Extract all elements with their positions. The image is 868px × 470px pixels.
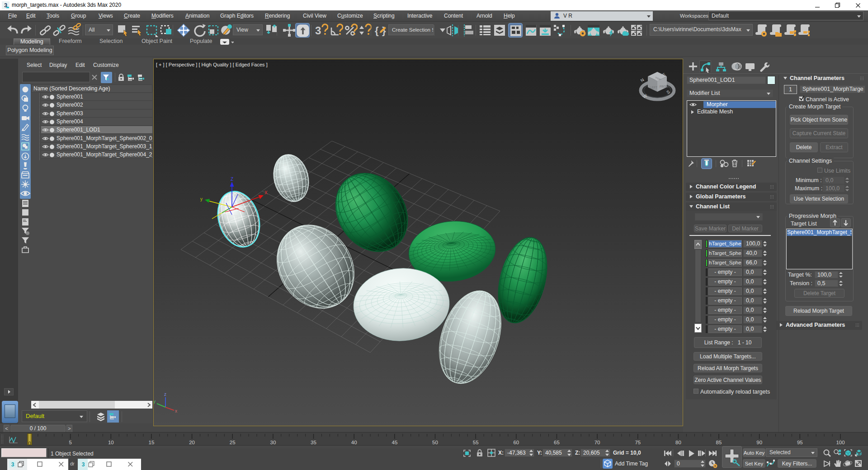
svg-text:45: 45	[392, 440, 398, 445]
svg-text:100: 100	[836, 440, 844, 445]
svg-text:80: 80	[675, 440, 681, 445]
svg-text:85: 85	[716, 440, 722, 445]
svg-text:75: 75	[635, 440, 641, 445]
svg-text:95: 95	[797, 440, 803, 445]
svg-text:X: X	[264, 190, 268, 195]
svg-text:FRONT: FRONT	[660, 85, 670, 88]
svg-text:N: N	[639, 77, 645, 83]
svg-text:S: S	[665, 89, 670, 95]
svg-text:60: 60	[513, 440, 519, 445]
svg-text:y: y	[154, 399, 156, 404]
svg-text:15: 15	[149, 440, 155, 445]
svg-text:20: 20	[189, 440, 195, 445]
svg-text:55: 55	[473, 440, 479, 445]
svg-text:{: {	[375, 25, 379, 36]
svg-text:y: y	[200, 197, 203, 202]
svg-text:40: 40	[351, 440, 357, 445]
svg-text:35: 35	[311, 440, 316, 445]
svg-text:65: 65	[554, 440, 560, 445]
svg-text:25: 25	[230, 440, 236, 445]
svg-text:3: 3	[315, 24, 321, 37]
svg-text:5: 5	[69, 440, 71, 445]
svg-text:90: 90	[756, 440, 762, 445]
svg-text:z: z	[164, 392, 166, 397]
svg-text:3: 3	[82, 461, 85, 468]
svg-text:70: 70	[594, 440, 600, 445]
svg-text:3: 3	[11, 461, 14, 468]
svg-text:50: 50	[432, 440, 438, 445]
svg-text:Z: Z	[231, 177, 233, 182]
svg-text:30: 30	[270, 440, 276, 445]
svg-text:x: x	[175, 409, 177, 414]
svg-text:LEFT: LEFT	[650, 86, 657, 89]
svg-text:10: 10	[108, 440, 114, 445]
